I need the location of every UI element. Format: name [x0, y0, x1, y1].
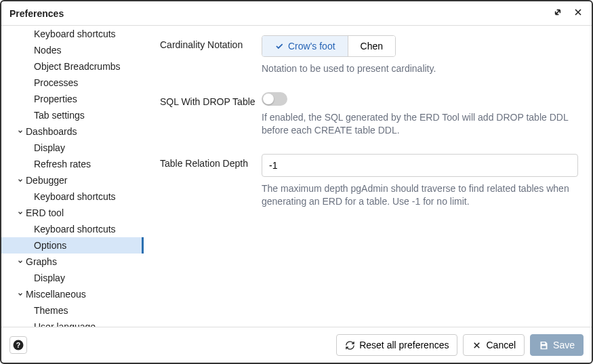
- save-button[interactable]: Save: [530, 334, 584, 356]
- chevron-down-icon: [15, 209, 26, 216]
- help-text: If enabled, the SQL generated by the ERD…: [262, 111, 578, 138]
- field-label: Table Relation Depth: [160, 154, 262, 209]
- close-icon[interactable]: [573, 7, 584, 20]
- tree-item[interactable]: Keyboard shortcuts: [1, 26, 144, 42]
- save-icon: [539, 340, 549, 350]
- tree-item-label: Refresh rates: [34, 159, 91, 169]
- field-table-relation-depth: Table Relation Depth The maximum depth p…: [160, 154, 578, 209]
- relation-depth-input[interactable]: [262, 154, 578, 177]
- tree-item-label: Processes: [34, 77, 78, 88]
- help-text: Notation to be used to present cardinali…: [262, 62, 578, 76]
- tree-item[interactable]: User language: [1, 319, 144, 327]
- help-button[interactable]: ?: [9, 336, 27, 354]
- tree-item-label: Tab settings: [34, 110, 85, 121]
- button-label: Cancel: [486, 340, 516, 350]
- tree-item-label: Keyboard shortcuts: [34, 28, 116, 39]
- titlebar: Preferences: [1, 1, 592, 26]
- refresh-icon: [345, 340, 355, 350]
- svg-text:?: ?: [16, 341, 20, 349]
- help-text: The maximum depth pgAdmin should travers…: [262, 182, 578, 209]
- tree-item[interactable]: Options: [1, 237, 144, 254]
- tree-group[interactable]: Dashboards: [1, 123, 144, 140]
- tree-item[interactable]: Display: [1, 270, 144, 286]
- tree-item-label: Keyboard shortcuts: [34, 191, 116, 202]
- cardinality-toggle-group: Crow's foot Chen: [262, 35, 396, 57]
- dialog-footer: ? Reset all preferences Cancel Save: [1, 327, 592, 363]
- tree-item[interactable]: Refresh rates: [1, 156, 144, 172]
- tree-item-label: Debugger: [26, 175, 68, 186]
- tree-item[interactable]: Themes: [1, 302, 144, 319]
- check-icon: [274, 41, 284, 51]
- button-label: Reset all preferences: [359, 340, 449, 350]
- expand-icon[interactable]: [552, 7, 563, 20]
- field-label: SQL With DROP Table: [160, 92, 262, 138]
- close-icon: [472, 340, 482, 350]
- tree-item-label: Display: [34, 142, 65, 153]
- option-label: Crow's foot: [288, 41, 335, 52]
- help-icon: ?: [12, 339, 24, 351]
- tree-item-label: Display: [34, 272, 65, 283]
- tree-group[interactable]: Graphs: [1, 254, 144, 270]
- field-label: Cardinality Notation: [160, 35, 262, 76]
- cardinality-crows-foot-button[interactable]: Crow's foot: [262, 36, 348, 56]
- chevron-down-icon: [15, 177, 26, 184]
- tree-item-label: ERD tool: [26, 207, 64, 218]
- drop-table-toggle[interactable]: [262, 92, 287, 106]
- dialog-title: Preferences: [9, 8, 552, 19]
- button-label: Save: [553, 340, 575, 350]
- tree-group[interactable]: ERD tool: [1, 205, 144, 221]
- chevron-down-icon: [15, 291, 26, 298]
- tree-item-label: Properties: [34, 94, 77, 104]
- tree-item[interactable]: Object Breadcrumbs: [1, 58, 144, 75]
- cancel-button[interactable]: Cancel: [463, 334, 525, 356]
- option-label: Chen: [361, 41, 383, 52]
- tree-item-label: Miscellaneous: [26, 289, 86, 300]
- tree-item-label: Keyboard shortcuts: [34, 224, 116, 235]
- chevron-down-icon: [15, 128, 26, 135]
- preferences-dialog: Preferences Keyboard shortcutsNodesObjec…: [0, 0, 593, 364]
- tree-group[interactable]: Miscellaneous: [1, 286, 144, 302]
- field-sql-with-drop-table: SQL With DROP Table If enabled, the SQL …: [160, 92, 578, 138]
- tree-item[interactable]: Keyboard shortcuts: [1, 188, 144, 205]
- tree-item-label: Options: [34, 240, 66, 251]
- cardinality-chen-button[interactable]: Chen: [348, 36, 395, 56]
- preferences-tree[interactable]: Keyboard shortcutsNodesObject Breadcrumb…: [1, 26, 144, 327]
- tree-item[interactable]: Nodes: [1, 42, 144, 58]
- tree-group[interactable]: Debugger: [1, 172, 144, 188]
- tree-item-label: Graphs: [26, 256, 57, 267]
- tree-item[interactable]: Properties: [1, 91, 144, 107]
- tree-item-label: Object Breadcrumbs: [34, 61, 121, 72]
- chevron-down-icon: [15, 258, 26, 265]
- field-cardinality-notation: Cardinality Notation Crow's foot Chen No…: [160, 35, 578, 76]
- tree-item-label: Nodes: [34, 45, 61, 56]
- tree-item[interactable]: Processes: [1, 75, 144, 91]
- tree-item-label: User language: [34, 321, 96, 327]
- tree-item-label: Dashboards: [26, 126, 77, 137]
- tree-item[interactable]: Display: [1, 140, 144, 156]
- tree-item-label: Themes: [34, 305, 68, 316]
- tree-item[interactable]: Keyboard shortcuts: [1, 221, 144, 237]
- tree-item[interactable]: Tab settings: [1, 107, 144, 123]
- reset-all-button[interactable]: Reset all preferences: [336, 334, 457, 356]
- preferences-panel: Cardinality Notation Crow's foot Chen No…: [144, 26, 592, 327]
